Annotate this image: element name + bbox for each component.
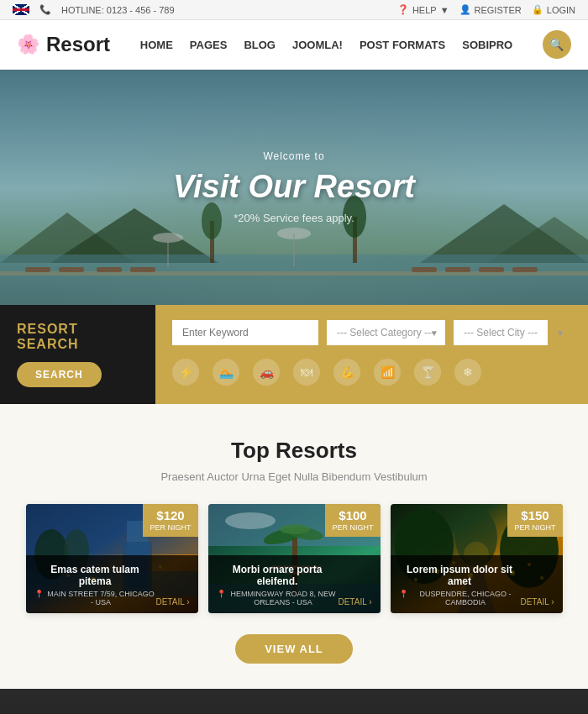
lock-icon: 🔒	[532, 4, 543, 15]
resort-address-3: 📍 DUSPENDRE, CHICAGO - CAMBODIA	[399, 590, 521, 606]
location-icon-1: 📍	[34, 590, 44, 598]
top-resorts-section: 🌿 Top Resorts Praesent Auctor Urna Eget …	[0, 404, 588, 689]
flag-icon[interactable]	[13, 4, 29, 15]
nav-post-formats[interactable]: POST FORMATS	[360, 39, 445, 51]
resort-name-1: Emas catem tulam pitema	[34, 564, 156, 587]
search-title: RESORT SEARCH	[17, 322, 139, 352]
wifi-icon[interactable]: ⚡	[172, 359, 199, 386]
nav-joomla[interactable]: JOOMLA!	[292, 39, 343, 51]
nav-home[interactable]: HOME	[140, 39, 173, 51]
price-unit-2: PER NIGHT	[332, 523, 373, 533]
top-bar-right: ❓ HELP ▼ 👤 REGISTER 🔒 LOGIN	[397, 4, 575, 15]
search-button[interactable]: SEARCH	[17, 362, 102, 387]
hero-welcome-text: Welcome to	[173, 150, 415, 162]
category-select[interactable]: --- Select Category ---	[327, 320, 445, 345]
arrow-icon-2: ›	[369, 597, 371, 606]
top-bar: 📞 HOTLINE: 0123 - 456 - 789 ❓ HELP ▼ 👤 R…	[0, 0, 588, 20]
resort-card-1: $120 PER NIGHT Emas catem tulam pitema 📍…	[26, 504, 198, 613]
hero-content: Welcome to Visit Our Resort *20% Service…	[173, 150, 415, 224]
resort-image-2: $100 PER NIGHT Morbi ornare porta eleife…	[208, 504, 381, 613]
car-icon[interactable]: 🚗	[253, 359, 280, 386]
detail-link-2[interactable]: DETAIL ›	[338, 597, 371, 606]
register-link[interactable]: 👤 REGISTER	[459, 4, 522, 15]
svg-point-38	[280, 524, 310, 534]
top-bar-left: 📞 HOTLINE: 0123 - 456 - 789	[13, 4, 175, 15]
detail-link-3[interactable]: DETAIL ›	[520, 597, 554, 606]
view-all-container: VIEW ALL	[17, 613, 571, 664]
resorts-container: 🌿 Top Resorts Praesent Auctor Urna Eget …	[17, 438, 571, 664]
price-amount-3: $150	[514, 508, 555, 523]
search-icon: 🔍	[549, 38, 564, 51]
resort-info-2: Morbi ornare porta eleifend. 📍 HEMMINGWA…	[208, 555, 381, 613]
pool-icon[interactable]: 🏊	[213, 359, 239, 386]
phone-icon: 📞	[39, 4, 51, 15]
top-resorts-subtitle: Praesent Auctor Urna Eget Nulla Bibendum…	[17, 470, 571, 483]
help-dropdown-icon: ▼	[440, 5, 449, 15]
search-left-panel: RESORT SEARCH SEARCH	[0, 305, 155, 404]
resort-text-2: Morbi ornare porta eleifend. 📍 HEMMINGWA…	[217, 564, 339, 606]
resort-image-1: $120 PER NIGHT Emas catem tulam pitema 📍…	[26, 504, 198, 613]
bar-icon[interactable]: 🍸	[414, 359, 441, 386]
resort-text-1: Emas catem tulam pitema 📍 MAIN STREET 7/…	[34, 564, 156, 606]
location-icon-3: 📍	[399, 590, 408, 598]
nav-sobipro[interactable]: SOBIPRO	[462, 39, 512, 51]
top-cities-section: Top Cities In Asia Consectetur Adipisici…	[0, 689, 588, 714]
resort-address-2: 📍 HEMMINGWAY ROAD 8, NEW ORLEANS - USA	[217, 590, 339, 606]
price-badge-3: $150 PER NIGHT	[507, 504, 562, 537]
hero-title: Visit Our Resort	[173, 169, 415, 205]
price-badge-1: $120 PER NIGHT	[143, 504, 197, 537]
svg-point-41	[225, 512, 276, 529]
hero-subtitle: *20% Service fees apply.	[173, 212, 415, 224]
header: 🌸 Resort HOME PAGES BLOG JOOMLA! POST FO…	[0, 20, 588, 70]
fitness-icon[interactable]: 💪	[333, 359, 360, 386]
category-select-wrapper: --- Select Category ---	[327, 320, 445, 345]
food-icon[interactable]: 🍽	[293, 359, 320, 386]
nav-blog[interactable]: BLOG	[244, 39, 276, 51]
price-badge-2: $100 PER NIGHT	[325, 504, 380, 537]
main-nav: HOME PAGES BLOG JOOMLA! POST FORMATS SOB…	[140, 37, 512, 52]
register-icon: 👤	[459, 4, 471, 15]
hero-section: Welcome to Visit Our Resort *20% Service…	[0, 70, 588, 305]
wifi2-icon[interactable]: 📶	[374, 359, 401, 386]
logo-icon: 🌸	[17, 34, 39, 55]
city-select[interactable]: --- Select City ---	[454, 320, 548, 345]
top-resorts-title: Top Resorts	[17, 438, 571, 464]
nav-pages[interactable]: PAGES	[190, 39, 228, 51]
search-inputs-row: --- Select Category --- --- Select City …	[172, 320, 571, 345]
phone-number: HOTLINE: 0123 - 456 - 789	[61, 5, 175, 15]
price-unit-3: PER NIGHT	[514, 523, 555, 533]
search-section: RESORT SEARCH SEARCH --- Select Category…	[0, 305, 588, 404]
resort-name-3: Lorem ipsum dolor sit amet	[399, 564, 521, 587]
detail-link-1[interactable]: DETAIL ›	[155, 597, 189, 606]
resorts-grid: $120 PER NIGHT Emas catem tulam pitema 📍…	[17, 504, 571, 613]
keyword-input[interactable]	[172, 320, 318, 345]
price-amount-1: $120	[150, 508, 191, 523]
arrow-icon-1: ›	[186, 597, 189, 606]
search-right-panel: --- Select Category --- --- Select City …	[155, 305, 588, 404]
price-amount-2: $100	[332, 508, 373, 523]
resort-address-1: 📍 MAIN STREET 7/59, CHICAGO - USA	[34, 590, 156, 606]
resort-card-3: $150 PER NIGHT Lorem ipsum dolor sit ame…	[391, 504, 563, 613]
resort-card-2: $100 PER NIGHT Morbi ornare porta eleife…	[208, 504, 381, 613]
header-search-button[interactable]: 🔍	[543, 30, 571, 59]
city-select-wrapper: --- Select City ---	[454, 320, 571, 345]
resort-info-1: Emas catem tulam pitema 📍 MAIN STREET 7/…	[26, 555, 198, 613]
resort-text-3: Lorem ipsum dolor sit amet 📍 DUSPENDRE, …	[399, 564, 521, 606]
help-link[interactable]: ❓ HELP ▼	[397, 4, 449, 15]
help-icon: ❓	[397, 4, 409, 15]
resort-name-2: Morbi ornare porta eleifend.	[217, 564, 339, 587]
logo-text: Resort	[46, 33, 110, 56]
login-link[interactable]: 🔒 LOGIN	[532, 4, 575, 15]
resort-info-3: Lorem ipsum dolor sit amet 📍 DUSPENDRE, …	[391, 555, 563, 613]
view-all-button[interactable]: VIEW ALL	[235, 634, 353, 664]
amenity-icons-row: ⚡ 🏊 🚗 🍽 💪 📶 🍸 ❄	[172, 355, 571, 389]
logo[interactable]: 🌸 Resort	[17, 33, 110, 56]
resort-image-3: $150 PER NIGHT Lorem ipsum dolor sit ame…	[391, 504, 563, 613]
ac-icon[interactable]: ❄	[454, 359, 481, 386]
price-unit-1: PER NIGHT	[150, 523, 191, 533]
location-icon-2: 📍	[217, 590, 226, 598]
arrow-icon-3: ›	[551, 597, 554, 606]
